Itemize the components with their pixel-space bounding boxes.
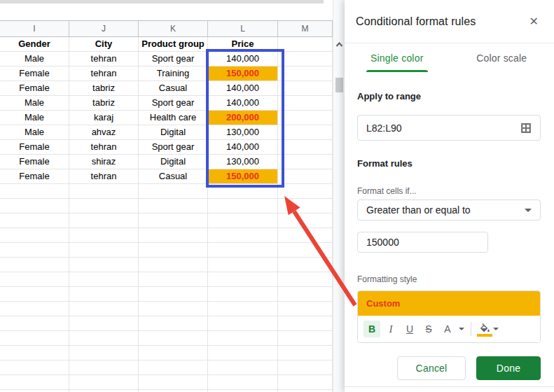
cell[interactable] [0,360,69,375]
cell[interactable] [0,214,69,228]
fill-color-chevron-icon[interactable] [493,328,499,330]
cell[interactable]: Female [0,81,69,96]
column-header-L[interactable]: L [208,21,278,36]
done-button[interactable]: Done [476,356,541,380]
cell[interactable] [69,184,139,199]
cell[interactable] [139,316,208,331]
cell[interactable]: Male [0,125,69,140]
cell[interactable] [0,228,69,243]
cell[interactable] [69,316,139,331]
cell[interactable] [69,346,139,360]
cell[interactable] [139,272,208,287]
cell[interactable] [139,258,208,272]
cell[interactable] [208,375,278,390]
cell[interactable]: Female [0,140,69,155]
cell[interactable]: Sport gear [139,52,208,66]
cancel-button[interactable]: Cancel [397,356,466,380]
cell[interactable] [278,360,333,375]
column-header-M[interactable]: M [278,21,333,36]
condition-dropdown[interactable]: Greater than or equal to [357,200,541,220]
cell[interactable] [139,375,208,390]
cell[interactable]: 130,000 [208,125,278,140]
cell[interactable] [208,360,278,375]
scrollbar-thumb[interactable] [335,78,343,92]
cell[interactable]: 140,000 [208,96,278,111]
cell[interactable] [69,375,139,390]
text-color-button[interactable]: A [439,321,456,337]
cell[interactable] [69,228,139,243]
cell[interactable]: Sport gear [139,140,208,155]
cell[interactable]: 150,000 [208,66,278,81]
cell[interactable]: Health care [139,111,208,125]
cell[interactable] [208,184,278,199]
cell[interactable]: Price [208,37,278,52]
cell[interactable] [278,375,333,390]
cell[interactable] [278,140,333,155]
cell[interactable] [139,302,208,316]
cell[interactable]: Product group [139,37,208,52]
cell[interactable] [208,258,278,272]
cell[interactable] [278,287,333,302]
tab-single-color[interactable]: Single color [345,43,450,72]
cell[interactable] [208,331,278,346]
column-header-I[interactable]: I [0,21,69,36]
cell[interactable] [0,302,69,316]
cell[interactable]: Female [0,66,69,81]
cell[interactable] [69,287,139,302]
bold-button[interactable]: B [363,321,380,337]
cell[interactable] [0,272,69,287]
cell[interactable]: tabriz [69,96,139,111]
cell[interactable] [0,199,69,214]
cell[interactable]: Training [139,66,208,81]
cell[interactable]: shiraz [69,155,139,169]
cell[interactable] [69,243,139,258]
column-header-J[interactable]: J [69,21,139,36]
cell[interactable] [0,243,69,258]
cell[interactable]: tabriz [69,81,139,96]
cell[interactable] [139,184,208,199]
cell[interactable]: tehran [69,140,139,155]
italic-button[interactable]: I [382,321,399,337]
cell[interactable]: Sport gear [139,96,208,111]
cell[interactable] [278,125,333,140]
cell[interactable] [0,258,69,272]
cell[interactable]: 140,000 [208,81,278,96]
cell[interactable]: 200,000 [208,111,278,125]
cell[interactable]: tehran [69,169,139,184]
cell[interactable] [278,96,333,111]
cell[interactable]: City [69,37,139,52]
condition-value-input[interactable]: 150000 [357,232,488,253]
cell[interactable]: Gender [0,37,69,52]
cell[interactable] [139,199,208,214]
cell[interactable] [69,258,139,272]
cell[interactable] [208,302,278,316]
cell[interactable] [69,214,139,228]
cell[interactable] [278,243,333,258]
column-header-K[interactable]: K [139,21,208,36]
cell[interactable] [139,287,208,302]
cell[interactable] [69,272,139,287]
cell[interactable] [278,52,333,66]
cell[interactable] [278,346,333,360]
cell[interactable] [139,331,208,346]
cell[interactable] [139,346,208,360]
cell[interactable] [69,331,139,346]
scroll-up-icon[interactable] [335,38,343,46]
cell[interactable] [0,316,69,331]
cell[interactable] [208,243,278,258]
cell[interactable] [278,331,333,346]
cell[interactable] [208,272,278,287]
cell[interactable] [139,360,208,375]
cell[interactable] [69,199,139,214]
cell[interactable] [278,169,333,184]
cell[interactable] [69,302,139,316]
underline-button[interactable]: U [401,321,418,337]
cell[interactable] [208,346,278,360]
strikethrough-button[interactable]: S [420,321,437,337]
cell[interactable] [0,287,69,302]
cell[interactable]: 140,000 [208,52,278,66]
cell[interactable]: Female [0,155,69,169]
close-icon[interactable]: ✕ [528,13,540,29]
fill-color-button[interactable] [477,321,492,337]
cell[interactable] [208,199,278,214]
